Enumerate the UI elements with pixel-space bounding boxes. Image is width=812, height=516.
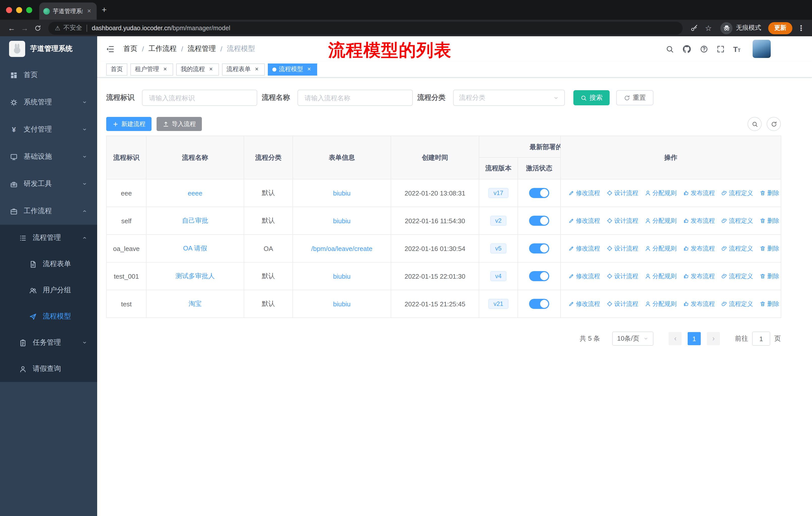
- next-page-button[interactable]: [707, 332, 720, 345]
- process-name-link[interactable]: 测试多审批人: [175, 272, 215, 280]
- delete-link[interactable]: 删除: [760, 189, 779, 197]
- active-toggle[interactable]: [529, 216, 549, 226]
- sidebar-item-process-model[interactable]: 流程模型: [0, 303, 97, 330]
- back-button[interactable]: ←: [5, 24, 18, 32]
- github-icon[interactable]: [683, 44, 692, 54]
- sidebar-item-process-form[interactable]: 流程表单: [0, 251, 97, 277]
- process-name-link[interactable]: OA 请假: [183, 244, 207, 252]
- tag-home[interactable]: 首页: [106, 63, 127, 75]
- delete-link[interactable]: 删除: [760, 272, 779, 280]
- sidebar-item-devtools[interactable]: 研发工具: [0, 170, 97, 197]
- process-name-link[interactable]: 自己审批: [182, 217, 208, 224]
- process-name-link[interactable]: eeee: [188, 189, 202, 197]
- design-process-link[interactable]: 设计流程: [607, 216, 638, 225]
- tag-tenant-management[interactable]: 租户管理×: [130, 63, 173, 75]
- process-name-input[interactable]: [297, 90, 413, 106]
- process-definition-link[interactable]: 流程定义: [721, 244, 753, 253]
- page-size-select[interactable]: 10条/页: [612, 332, 654, 346]
- process-key-input[interactable]: [142, 90, 257, 106]
- assign-rule-link[interactable]: 分配规则: [645, 244, 676, 253]
- assign-rule-link[interactable]: 分配规则: [645, 300, 676, 308]
- breadcrumb-workflow[interactable]: 工作流程: [148, 44, 177, 53]
- publish-process-link[interactable]: 发布流程: [683, 189, 715, 197]
- publish-process-link[interactable]: 发布流程: [683, 300, 715, 308]
- sidebar-item-system[interactable]: 系统管理: [0, 89, 97, 116]
- breadcrumb-home[interactable]: 首页: [123, 44, 138, 53]
- modify-process-link[interactable]: 修改流程: [568, 300, 600, 308]
- tag-process-form[interactable]: 流程表单×: [222, 63, 265, 75]
- active-toggle[interactable]: [529, 243, 549, 253]
- modify-process-link[interactable]: 修改流程: [568, 272, 600, 280]
- design-process-link[interactable]: 设计流程: [607, 189, 638, 197]
- assign-rule-link[interactable]: 分配规则: [645, 189, 676, 197]
- form-link[interactable]: biubiu: [333, 300, 350, 308]
- process-definition-link[interactable]: 流程定义: [721, 272, 753, 280]
- design-process-link[interactable]: 设计流程: [607, 244, 638, 253]
- form-link[interactable]: biubiu: [333, 272, 350, 280]
- active-toggle[interactable]: [529, 188, 549, 198]
- forward-button[interactable]: →: [18, 24, 31, 32]
- minimize-window-button[interactable]: [16, 7, 22, 13]
- breadcrumb-process-management[interactable]: 流程管理: [188, 44, 216, 53]
- active-toggle[interactable]: [529, 271, 549, 281]
- reload-button[interactable]: [31, 24, 44, 31]
- sidebar-item-task-management[interactable]: 任务管理: [0, 330, 97, 356]
- publish-process-link[interactable]: 发布流程: [683, 216, 715, 225]
- collapse-sidebar-icon[interactable]: [105, 44, 115, 54]
- form-link[interactable]: biubiu: [333, 217, 350, 224]
- process-definition-link[interactable]: 流程定义: [721, 300, 753, 308]
- sidebar-item-workflow[interactable]: 工作流程: [0, 197, 97, 225]
- browser-menu-icon[interactable]: ⋮: [798, 23, 805, 32]
- tag-process-model[interactable]: 流程模型×: [268, 63, 317, 75]
- process-definition-link[interactable]: 流程定义: [721, 216, 753, 225]
- delete-link[interactable]: 删除: [760, 244, 779, 253]
- logo[interactable]: 芋道管理系统: [0, 36, 97, 61]
- search-button[interactable]: 搜索: [573, 90, 610, 105]
- sidebar-item-leave-query[interactable]: 请假查询: [0, 356, 97, 382]
- create-process-button[interactable]: 新建流程: [106, 117, 151, 131]
- publish-process-link[interactable]: 发布流程: [683, 244, 715, 253]
- tab-close-icon[interactable]: ×: [86, 7, 93, 15]
- tag-my-process[interactable]: 我的流程×: [176, 63, 219, 75]
- page-number-button[interactable]: 1: [688, 332, 701, 345]
- active-toggle[interactable]: [529, 299, 549, 309]
- bookmark-star-icon[interactable]: ☆: [705, 23, 712, 32]
- close-icon[interactable]: ×: [306, 66, 313, 73]
- modify-process-link[interactable]: 修改流程: [568, 216, 600, 225]
- browser-tab[interactable]: 芋道管理系统 ×: [39, 2, 97, 20]
- form-link[interactable]: /bpm/oa/leave/create: [311, 245, 373, 252]
- sidebar-item-home[interactable]: 首页: [0, 61, 97, 89]
- new-tab-button[interactable]: +: [102, 5, 107, 15]
- toggle-search-button[interactable]: [748, 117, 762, 131]
- import-process-button[interactable]: 导入流程: [156, 117, 202, 131]
- publish-process-link[interactable]: 发布流程: [683, 272, 715, 280]
- sidebar-item-infrastructure[interactable]: 基础设施: [0, 143, 97, 170]
- update-button[interactable]: 更新: [768, 22, 792, 34]
- avatar[interactable]: [753, 40, 771, 58]
- category-select[interactable]: 流程分类: [453, 90, 565, 106]
- close-icon[interactable]: ×: [253, 66, 260, 73]
- process-definition-link[interactable]: 流程定义: [721, 189, 753, 197]
- search-icon[interactable]: [666, 45, 674, 53]
- font-size-icon[interactable]: TT: [733, 45, 741, 53]
- refresh-table-button[interactable]: [767, 117, 781, 131]
- modify-process-link[interactable]: 修改流程: [568, 189, 600, 197]
- fullscreen-icon[interactable]: [717, 45, 725, 53]
- sidebar-item-user-group[interactable]: 用户分组: [0, 277, 97, 303]
- assign-rule-link[interactable]: 分配规则: [645, 216, 676, 225]
- address-bar[interactable]: ⚠ 不安全 dashboard.yudao.iocoder.cn/bpm/man…: [48, 21, 683, 34]
- design-process-link[interactable]: 设计流程: [607, 300, 638, 308]
- reset-button[interactable]: 重置: [616, 90, 654, 105]
- delete-link[interactable]: 删除: [760, 216, 779, 225]
- close-icon[interactable]: ×: [162, 66, 169, 73]
- assign-rule-link[interactable]: 分配规则: [645, 272, 676, 280]
- form-link[interactable]: biubiu: [333, 189, 350, 197]
- goto-page-input[interactable]: [752, 332, 770, 346]
- fullscreen-window-button[interactable]: [26, 7, 32, 13]
- prev-page-button[interactable]: [669, 332, 682, 345]
- sidebar-item-payment[interactable]: ¥ 支付管理: [0, 116, 97, 143]
- help-icon[interactable]: [700, 45, 708, 53]
- sidebar-item-process-management[interactable]: 流程管理: [0, 225, 97, 251]
- design-process-link[interactable]: 设计流程: [607, 272, 638, 280]
- process-name-link[interactable]: 淘宝: [188, 300, 202, 307]
